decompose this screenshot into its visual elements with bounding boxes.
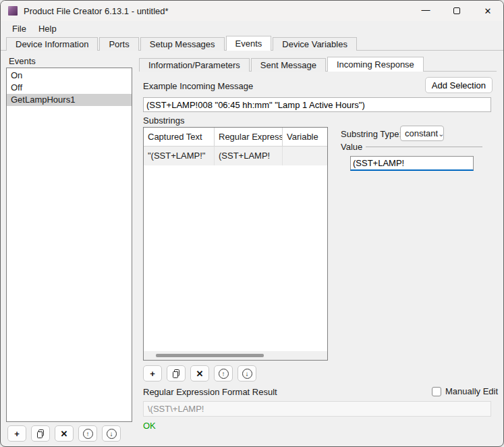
cell-captured-text: "(SST+LAMP!" <box>144 147 215 165</box>
value-group-label: Value <box>341 142 362 152</box>
maximize-icon <box>453 7 460 14</box>
arrow-up-icon: ↑ <box>83 429 93 439</box>
arrow-down-icon: ↓ <box>242 369 252 379</box>
tab-information-parameters[interactable]: Information/Parameters <box>139 58 250 72</box>
substrings-toolbar: + ✕ ↑ ↓ <box>143 365 256 382</box>
app-window: Product File Creator 6.13.1 - untitled* … <box>0 0 504 447</box>
delete-icon: ✕ <box>61 429 68 439</box>
arrow-down-icon: ↓ <box>107 429 117 439</box>
window-title: Product File Creator 6.13.1 - untitled* <box>24 6 169 16</box>
event-sub-tab-bar: Information/Parameters Sent Message Inco… <box>139 57 497 72</box>
menu-bar: File Help <box>1 21 503 36</box>
column-header-captured-text[interactable]: Captured Text <box>144 128 215 147</box>
menu-file[interactable]: File <box>6 22 32 35</box>
close-button[interactable]: ✕ <box>472 1 503 21</box>
substring-duplicate-button[interactable] <box>167 365 186 382</box>
column-header-variable[interactable]: Variable <box>283 128 327 147</box>
main-tab-bar: Device Information Ports Setup Messages … <box>1 36 503 51</box>
tab-events[interactable]: Events <box>226 36 272 51</box>
substrings-table-header: Captured Text Regular Expressio Variable <box>144 128 327 147</box>
event-move-up-button[interactable]: ↑ <box>78 425 97 442</box>
example-incoming-message-label: Example Incoming Message <box>143 81 253 91</box>
copy-icon <box>36 429 45 439</box>
event-add-button[interactable]: + <box>7 425 26 442</box>
events-toolbar: + ✕ ↑ ↓ <box>7 425 121 442</box>
chevron-down-icon: ⌄ <box>438 130 444 137</box>
event-delete-button[interactable]: ✕ <box>55 425 74 442</box>
tab-sent-message[interactable]: Sent Message <box>251 58 326 72</box>
delete-icon: ✕ <box>196 369 204 379</box>
app-icon <box>8 6 18 16</box>
substrings-label: Substrings <box>143 115 184 126</box>
substring-move-down-button[interactable]: ↓ <box>237 365 256 382</box>
tab-incoming-response[interactable]: Incoming Response <box>327 57 424 72</box>
regex-result-field <box>143 401 491 417</box>
column-header-regular-expression[interactable]: Regular Expressio <box>215 128 283 147</box>
copy-icon <box>172 369 181 379</box>
regex-format-result-label: Regular Expression Format Result <box>143 387 277 397</box>
substring-add-button[interactable]: + <box>143 365 162 382</box>
list-item-on[interactable]: On <box>7 70 132 82</box>
substrings-table: Captured Text Regular Expressio Variable… <box>143 127 328 361</box>
substring-type-dropdown[interactable]: constant ⌄ <box>400 126 444 141</box>
minimize-button[interactable]: — <box>410 1 441 21</box>
substring-type-value: constant <box>405 128 438 138</box>
value-group-divider <box>366 147 482 147</box>
plus-icon: + <box>14 429 20 439</box>
manually-edit-checkbox[interactable] <box>432 387 441 396</box>
plus-icon: + <box>150 369 155 379</box>
tab-device-variables[interactable]: Device Variables <box>273 37 357 51</box>
substring-delete-button[interactable]: ✕ <box>190 365 209 382</box>
close-icon: ✕ <box>484 6 492 16</box>
list-item-getlamphours1[interactable]: GetLampHours1 <box>7 94 132 106</box>
horizontal-scrollbar-thumb[interactable] <box>156 354 264 357</box>
horizontal-scrollbar[interactable] <box>144 351 327 360</box>
add-selection-button[interactable]: Add Selection <box>425 77 493 93</box>
tab-device-information[interactable]: Device Information <box>6 37 98 51</box>
maximize-button[interactable] <box>441 1 472 21</box>
substring-type-label: Substring Type: <box>341 129 401 139</box>
table-row[interactable]: "(SST+LAMP!" (SST+LAMP! <box>144 147 327 165</box>
list-item-off[interactable]: Off <box>7 82 132 94</box>
event-move-down-button[interactable]: ↓ <box>102 425 121 442</box>
menu-help[interactable]: Help <box>32 22 63 35</box>
cell-regular-expression: (SST+LAMP! <box>215 147 283 165</box>
events-panel-label: Events <box>9 56 36 66</box>
substring-move-up-button[interactable]: ↑ <box>214 365 233 382</box>
table-empty-area <box>144 165 327 351</box>
status-text: OK <box>143 421 156 431</box>
events-list: On Off GetLampHours1 <box>6 68 132 422</box>
tab-setup-messages[interactable]: Setup Messages <box>140 37 225 51</box>
manually-edit-control: Manually Edit <box>432 386 498 396</box>
event-duplicate-button[interactable] <box>31 425 50 442</box>
arrow-up-icon: ↑ <box>219 369 229 379</box>
manually-edit-label: Manually Edit <box>445 386 498 396</box>
cell-variable <box>283 147 327 165</box>
example-incoming-message-input[interactable] <box>143 97 491 112</box>
minimize-icon: — <box>422 5 430 15</box>
tab-ports[interactable]: Ports <box>99 37 138 51</box>
title-bar: Product File Creator 6.13.1 - untitled* … <box>1 1 503 21</box>
value-input[interactable] <box>350 156 474 171</box>
